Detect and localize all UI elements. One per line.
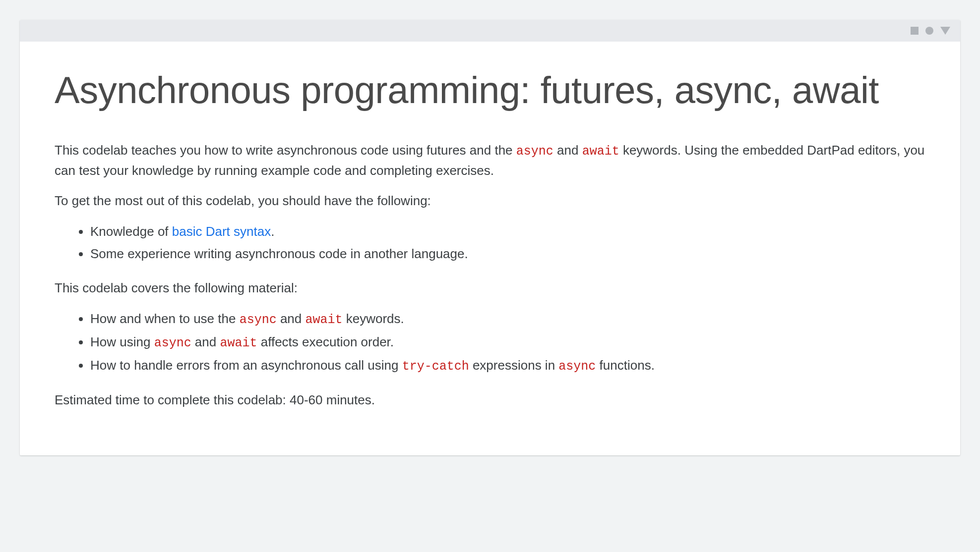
circle-icon [925, 27, 933, 35]
covers-list: How and when to use the async and await … [55, 309, 925, 377]
code-async: async [516, 144, 553, 159]
code-await: await [220, 336, 257, 350]
list-item: How and when to use the async and await … [90, 309, 925, 330]
list-item: How using async and await affects execut… [90, 332, 925, 353]
document-window: Asynchronous programming: futures, async… [20, 20, 960, 455]
code-async: async [240, 313, 277, 327]
text: functions. [596, 358, 655, 373]
text: This codelab teaches you how to write as… [55, 143, 516, 158]
text: Knowledge of [90, 224, 172, 239]
code-await: await [305, 313, 342, 327]
square-icon [911, 27, 919, 35]
list-item: Knowledge of basic Dart syntax. [90, 221, 925, 242]
list-item: Some experience writing asynchronous cod… [90, 244, 925, 265]
prereq-list: Knowledge of basic Dart syntax. Some exp… [55, 221, 925, 265]
code-await: await [582, 144, 619, 159]
text: expressions in [469, 358, 559, 373]
link-basic-dart-syntax[interactable]: basic Dart syntax [172, 224, 271, 239]
text: and [191, 334, 220, 349]
text: How using [90, 334, 154, 349]
code-async: async [154, 336, 191, 350]
text: and [277, 311, 306, 326]
text: keywords. [343, 311, 404, 326]
window-titlebar [20, 20, 960, 42]
document-content: Asynchronous programming: futures, async… [20, 42, 960, 455]
code-async: async [558, 359, 596, 374]
code-try-catch: try-catch [402, 359, 469, 374]
covers-intro: This codelab covers the following materi… [55, 278, 925, 298]
text: affects execution order. [257, 334, 394, 349]
list-item: How to handle errors from an asynchronou… [90, 355, 925, 377]
page-title: Asynchronous programming: futures, async… [55, 69, 925, 111]
text: How to handle errors from an asynchronou… [90, 358, 402, 373]
text: . [271, 224, 274, 239]
prereq-intro: To get the most out of this codelab, you… [55, 191, 925, 211]
triangle-down-icon [940, 27, 950, 35]
intro-paragraph: This codelab teaches you how to write as… [55, 141, 925, 180]
estimated-time: Estimated time to complete this codelab:… [55, 390, 925, 410]
text: and [553, 143, 582, 158]
text: How and when to use the [90, 311, 240, 326]
